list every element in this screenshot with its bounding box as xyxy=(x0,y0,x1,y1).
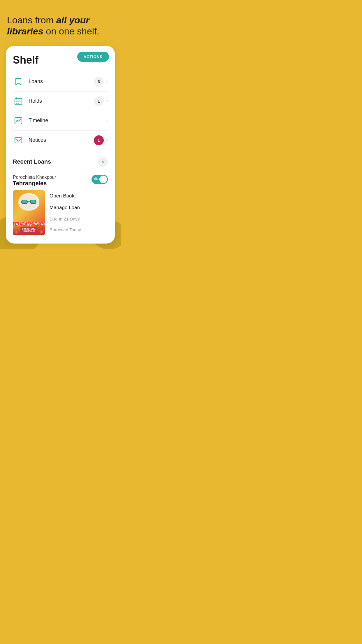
cover-title: TEHRANGELES xyxy=(13,222,45,227)
calendar-icon xyxy=(13,96,24,107)
menu-list: Loans 3 › xyxy=(13,72,108,150)
manage-loan-action[interactable]: Manage Loan xyxy=(50,203,108,212)
svg-rect-10 xyxy=(15,138,22,143)
notices-chevron: › xyxy=(106,137,108,143)
actions-button[interactable]: ACTIONS xyxy=(77,52,109,62)
hero-line2-bold: libraries xyxy=(7,26,43,36)
glasses-bridge xyxy=(28,201,30,202)
loan-content: TEHRANGELES POROCHISTAKHAKPOUR Open Book… xyxy=(13,190,108,235)
menu-item-holds[interactable]: Holds 1 › xyxy=(13,92,108,111)
rose-1 xyxy=(14,230,18,234)
loan-meta: Porochista Khakpour Tehrangeles xyxy=(13,175,56,187)
loans-label: Loans xyxy=(29,78,94,85)
svg-point-6 xyxy=(20,101,21,102)
loan-toggle[interactable] xyxy=(92,175,108,184)
loan-toggle-container xyxy=(92,175,108,184)
open-book-action[interactable]: Open Book xyxy=(50,191,108,201)
loans-chevron: › xyxy=(106,78,108,85)
chart-icon xyxy=(13,115,24,126)
menu-item-notices[interactable]: Notices 1 › xyxy=(13,131,108,150)
rose-3 xyxy=(39,230,43,234)
menu-item-loans[interactable]: Loans 3 › xyxy=(13,72,108,92)
cloud-icon xyxy=(94,177,98,180)
cat-face xyxy=(18,193,39,211)
notices-label: Notices xyxy=(29,137,94,143)
hero-line1-normal: Loans from xyxy=(7,15,56,25)
holds-chevron: › xyxy=(106,98,108,104)
hero-line2-normal: on one shelf. xyxy=(43,26,99,36)
recent-loans-section-header: Recent Loans × xyxy=(13,157,108,170)
recent-loans-title: Recent Loans xyxy=(13,158,51,165)
cover-author: POROCHISTAKHAKPOUR xyxy=(20,227,37,233)
close-recent-loans-button[interactable]: × xyxy=(98,157,108,167)
notices-badge: 1 xyxy=(94,135,104,145)
menu-item-timeline[interactable]: Timeline › xyxy=(13,111,108,131)
loan-header: Porochista Khakpour Tehrangeles xyxy=(13,175,108,187)
book-actions: Open Book Manage Loan Due In 21 Days Bor… xyxy=(50,190,108,235)
svg-point-8 xyxy=(18,103,19,104)
timeline-chevron: › xyxy=(106,118,108,124)
holds-label: Holds xyxy=(29,98,94,104)
loan-title: Tehrangeles xyxy=(13,180,56,187)
holds-badge: 1 xyxy=(94,96,104,106)
svg-point-7 xyxy=(16,103,17,104)
loan-author: Porochista Khakpour xyxy=(13,175,56,180)
mail-icon xyxy=(13,135,24,146)
left-eye xyxy=(21,200,28,204)
right-eye xyxy=(30,200,36,204)
svg-point-5 xyxy=(18,101,19,102)
svg-point-4 xyxy=(16,101,17,102)
due-date-action: Due In 21 Days xyxy=(50,215,108,223)
book-cover: TEHRANGELES POROCHISTAKHAKPOUR xyxy=(13,190,45,235)
hero-line1-bold: all your xyxy=(56,15,89,25)
cat-inner xyxy=(20,195,38,209)
hero-text: Loans from all your libraries on one she… xyxy=(6,15,115,37)
book-cover-inner: TEHRANGELES POROCHISTAKHAKPOUR xyxy=(13,190,45,235)
main-card: ACTIONS Shelf Loans 3 › xyxy=(6,46,115,244)
loans-badge: 3 xyxy=(94,77,104,87)
bookmark-icon xyxy=(13,76,24,87)
borrowed-date-action: Borrowed Today xyxy=(50,225,108,234)
timeline-label: Timeline xyxy=(29,118,106,124)
